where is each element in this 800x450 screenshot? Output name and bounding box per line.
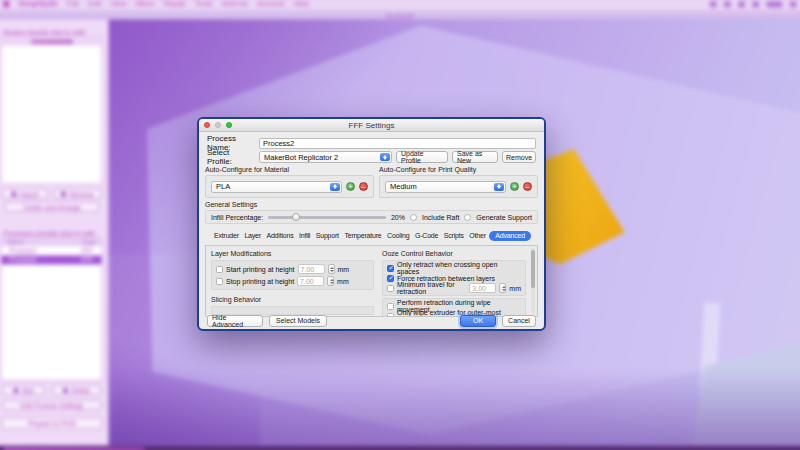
tab-layer[interactable]: Layer	[242, 231, 263, 240]
stepper-icon[interactable]	[328, 264, 335, 274]
add-material-button[interactable]	[346, 182, 355, 191]
min-travel-checkbox[interactable]	[387, 285, 394, 292]
tab-temperature[interactable]: Temperature	[342, 231, 383, 240]
force-retraction-checkbox[interactable]	[387, 275, 394, 282]
slider-thumb[interactable]	[292, 213, 300, 221]
tab-gcode[interactable]: G-Code	[413, 231, 440, 240]
popup-arrows-icon	[494, 183, 504, 191]
tab-infill[interactable]: Infill	[297, 231, 312, 240]
start-height-checkbox[interactable]	[216, 266, 223, 273]
tab-cooling[interactable]: Cooling	[385, 231, 411, 240]
import-button[interactable]: Import	[2, 189, 48, 199]
menu-repair[interactable]: Repair	[163, 0, 185, 8]
generate-support-label: Generate Support	[476, 214, 532, 221]
tab-advanced[interactable]: Advanced	[489, 231, 531, 241]
add-quality-button[interactable]	[510, 182, 519, 191]
material-group: Auto-Configure for Material PLA	[205, 166, 374, 198]
infill-percentage-label: Infill Percentage:	[211, 214, 263, 221]
update-profile-button[interactable]: Update Profile	[396, 151, 448, 163]
select-profile-label: Select Profile:	[207, 148, 255, 166]
window-titlebar: Simplify3D	[0, 10, 800, 19]
remove-material-button[interactable]	[359, 182, 368, 191]
infill-slider[interactable]	[268, 212, 386, 222]
status-icon[interactable]	[752, 1, 759, 7]
menu-account[interactable]: Account	[257, 0, 284, 8]
menubar-status-area	[710, 1, 797, 7]
delete-icon	[63, 387, 68, 392]
wipe-retraction-checkbox[interactable]	[387, 303, 394, 310]
ok-button[interactable]: OK	[460, 315, 496, 327]
stepper-icon[interactable]	[499, 283, 506, 293]
profile-select[interactable]: MakerBot Replicator 2	[259, 151, 392, 163]
include-raft-label: Include Raft	[422, 214, 459, 221]
stop-height-label: Stop printing at height	[226, 278, 294, 285]
advanced-tab-pane: Layer Modifications Start printing at he…	[205, 245, 538, 317]
dialog-body: Process Name: Process2 Select Profile: M…	[199, 132, 544, 329]
include-raft-checkbox[interactable]	[410, 214, 417, 221]
tab-additions[interactable]: Additions	[264, 231, 295, 240]
menu-tools[interactable]: Tools	[195, 0, 213, 8]
status-icon[interactable]	[790, 1, 797, 7]
process-row-selected[interactable]: Process2 FFF	[1, 255, 101, 264]
material-select[interactable]: PLA	[211, 181, 342, 193]
apple-menu-icon[interactable]	[3, 0, 9, 7]
sidebar: Models (double-click to edit) Import Rem…	[0, 20, 109, 446]
layer-modifications-label: Layer Modifications	[211, 250, 374, 258]
only-retract-checkbox[interactable]	[387, 265, 394, 272]
menu-help[interactable]: Help	[294, 0, 310, 8]
tab-scripts[interactable]: Scripts	[442, 231, 466, 240]
remove-button[interactable]: Remove	[54, 189, 102, 199]
clock-icon[interactable]	[766, 1, 782, 7]
tab-extruder[interactable]: Extruder	[212, 231, 241, 240]
processes-list[interactable]: Name Type Process1 FFF Process2 FFF	[0, 237, 102, 381]
cancel-button[interactable]: Cancel	[502, 315, 536, 327]
tab-support[interactable]: Support	[314, 231, 341, 240]
edit-process-settings-button[interactable]: Edit Process Settings	[2, 400, 101, 410]
menu-edit[interactable]: Edit	[88, 0, 101, 8]
menubar: Simplify3D File Edit View Mesh Repair To…	[0, 0, 800, 10]
menubar-app-name[interactable]: Simplify3D	[18, 0, 57, 8]
settings-tabbar: Extruder Layer Additions Infill Support …	[212, 230, 531, 241]
fff-settings-dialog: FFF Settings Process Name: Process2 Sele…	[197, 117, 546, 331]
process-name-input[interactable]: Process2	[259, 138, 536, 149]
process-row[interactable]: Process1 FFF	[1, 246, 101, 255]
stepper-icon[interactable]	[327, 276, 334, 286]
statusbar	[0, 446, 800, 450]
models-list[interactable]	[0, 36, 102, 185]
menu-file[interactable]: File	[67, 0, 79, 8]
start-height-input[interactable]: 7.00	[298, 264, 325, 274]
menu-addins[interactable]: Add-Ins	[222, 0, 248, 8]
prepare-to-print-button[interactable]: Prepare to Print!	[1, 417, 102, 429]
screen: Simplify3D File Edit View Mesh Repair To…	[0, 0, 800, 450]
ooze-control-label: Ooze Control Behavior	[382, 250, 526, 258]
remove-quality-button[interactable]	[523, 182, 532, 191]
menu-mesh[interactable]: Mesh	[136, 0, 155, 8]
tab-other[interactable]: Other	[467, 231, 488, 240]
status-icon[interactable]	[724, 1, 731, 7]
delete-process-button[interactable]: Delete	[52, 385, 102, 395]
stop-height-checkbox[interactable]	[216, 278, 223, 285]
generate-support-checkbox[interactable]	[464, 214, 471, 221]
import-icon	[12, 191, 17, 196]
add-icon	[14, 387, 19, 392]
infill-percentage-value: 20%	[391, 214, 405, 221]
scrollbar-thumb[interactable]	[531, 250, 535, 288]
select-models-button[interactable]: Select Models	[269, 315, 327, 327]
min-travel-input[interactable]: 3.00	[469, 283, 496, 293]
dialog-titlebar[interactable]: FFF Settings	[199, 119, 544, 132]
center-arrange-button[interactable]: Center and Arrange	[4, 202, 99, 212]
stop-height-input[interactable]: 7.00	[297, 276, 324, 286]
hide-advanced-button[interactable]: Hide Advanced	[207, 315, 263, 327]
status-icon[interactable]	[738, 1, 745, 7]
scrollbar[interactable]	[531, 248, 535, 314]
quality-group: Auto-Configure for Print Quality Medium	[379, 166, 538, 198]
start-height-label: Start printing at height	[226, 266, 295, 273]
quality-select[interactable]: Medium	[385, 181, 506, 193]
add-process-button[interactable]: Add	[2, 385, 45, 395]
models-list-item[interactable]	[1, 37, 101, 46]
save-as-new-button[interactable]: Save as New	[452, 151, 498, 163]
menu-view[interactable]: View	[110, 0, 126, 8]
status-icon[interactable]	[710, 1, 717, 7]
remove-profile-button[interactable]: Remove	[502, 151, 536, 163]
popup-arrows-icon	[330, 183, 340, 191]
